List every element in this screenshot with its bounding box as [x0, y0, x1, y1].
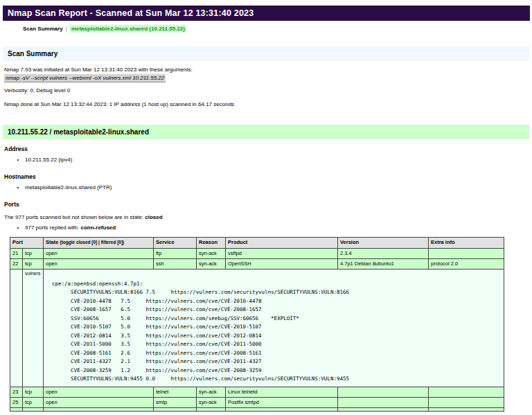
state-cell: open: [44, 387, 154, 397]
script-output[interactable]: cpe:/a:openbsd:openssh:4.7p1: SECURITYVU…: [46, 271, 502, 385]
ports-replied-list: 977 ports replied with: conn-refused: [0, 224, 532, 231]
ports-heading: Ports: [4, 201, 532, 208]
nav-scan-summary-link[interactable]: Scan Summary: [23, 26, 63, 32]
address-list: 10.211.55.22 (ipv4): [0, 157, 532, 163]
hostnames-list: metasploitable2-linux.shared (PTR): [0, 184, 532, 191]
page-title: Nmap Scan Report - Scanned at Sun Mar 12…: [3, 6, 530, 21]
hostnames-heading: Hostnames: [4, 173, 532, 180]
col-header-version: Version: [338, 238, 429, 249]
table-row-port-25: 25 tcp open smtp syn-ack Postfix smtpd: [10, 397, 504, 407]
done-line: Nmap done at Sun Mar 12 13:32:44 2023; 1…: [4, 101, 532, 107]
address-item: 10.211.55.22 (ipv4): [25, 157, 532, 163]
col-header-product: Product: [226, 238, 338, 249]
ports-summary-state: closed: [145, 214, 162, 220]
col-header-extra: Extra info: [429, 238, 504, 249]
port-cell: 22: [10, 259, 23, 270]
version-cell: [338, 397, 429, 407]
port-cell: 21: [10, 249, 23, 259]
nmap-report-page: Nmap Scan Report - Scanned at Sun Mar 12…: [0, 0, 532, 415]
ports-replied-item: 977 ports replied with: conn-refused: [25, 224, 532, 231]
extra-cell: [429, 387, 504, 397]
reason-cell: syn-ack: [197, 259, 226, 270]
host-heading: 10.211.55.22 / metasploitable2-linux.sha…: [3, 125, 529, 139]
extra-cell: protocol 2.0: [429, 259, 504, 270]
proto-cell: tcp: [23, 397, 44, 407]
port-cell: 25: [10, 397, 23, 407]
reason-cell: syn-ack: [197, 249, 226, 259]
verbosity-line: Verbosity: 0; Debug level 0: [4, 87, 532, 94]
extra-cell: [429, 397, 504, 407]
proto-cell: tcp: [23, 387, 44, 397]
col-header-state: State (toggle closed [0] | filtered [0]): [44, 238, 154, 249]
service-cell: smtp: [154, 397, 197, 407]
ports-replied-text: 977 ports replied with:: [25, 224, 81, 231]
address-heading: Address: [4, 145, 532, 152]
product-cell: Postfix smtpd: [226, 397, 338, 407]
table-row-port-21: 21 tcp open ftp syn-ack vsftpd 2.3.4: [10, 249, 504, 259]
script-output-cell: cpe:/a:openbsd:openssh:4.7p1: SECURITYVU…: [44, 270, 504, 387]
proto-cell: tcp: [23, 249, 44, 259]
col-header-port: Port: [10, 238, 44, 249]
version-cell: [338, 387, 429, 397]
service-cell: telnet: [154, 387, 197, 397]
state-header-label: State: [46, 239, 58, 245]
nav-host-link[interactable]: metasploitable2-linux.shared (10.211.55.…: [70, 25, 186, 33]
script-row-empty-cell: [10, 270, 23, 387]
initiated-line: Nmap 7.93 was initiated at Sun Mar 12 13…: [4, 67, 532, 73]
ports-summary-text: The 977 ports scanned but not shown belo…: [4, 214, 145, 220]
state-cell: open: [44, 259, 154, 270]
service-cell: ftp: [154, 249, 197, 259]
ports-table: Port State (toggle closed [0] | filtered…: [10, 237, 504, 412]
product-cell: vsftpd: [226, 249, 338, 259]
state-cell: open: [44, 397, 154, 407]
state-cell: open: [44, 249, 154, 259]
ports-summary: The 977 ports scanned but not shown belo…: [4, 214, 532, 220]
col-header-service: Service: [154, 238, 197, 249]
hostname-item: metasploitable2-linux.shared (PTR): [25, 184, 532, 191]
col-header-reason: Reason: [197, 238, 226, 249]
reason-cell: syn-ack: [197, 397, 226, 407]
table-row-partial: [10, 407, 504, 411]
version-cell: 4.7p1 Debian 8ubuntu1: [338, 259, 429, 270]
port-cell: 23: [10, 387, 23, 397]
product-cell: Linux telnetd: [226, 387, 338, 397]
script-name: vulners: [23, 270, 44, 387]
nav-bar: Scan Summary|metasploitable2-linux.share…: [23, 26, 532, 32]
extra-cell: [429, 249, 504, 259]
state-toggle-links[interactable]: (toggle closed [0] | filtered [0]): [60, 240, 124, 245]
reason-cell: syn-ack: [197, 387, 226, 397]
nav-separator: |: [66, 26, 67, 32]
scan-summary-heading: Scan Summary: [3, 46, 529, 61]
ports-replied-value: conn-refused: [81, 224, 116, 231]
version-cell: 2.3.4: [338, 249, 429, 259]
table-row-port-22: 22 tcp open ssh syn-ack OpenSSH 4.7p1 De…: [10, 259, 504, 270]
nmap-command: nmap -sV --script vulners --webxml -oX v…: [4, 74, 166, 82]
proto-cell: tcp: [23, 259, 44, 270]
table-header-row: Port State (toggle closed [0] | filtered…: [10, 238, 504, 249]
command-line: nmap -sV --script vulners --webxml -oX v…: [4, 75, 532, 81]
table-row-port-23: 23 tcp open telnet syn-ack Linux telnetd: [10, 387, 504, 397]
service-cell: ssh: [154, 259, 197, 270]
product-cell: OpenSSH: [226, 259, 338, 270]
script-output-row: vulners cpe:/a:openbsd:openssh:4.7p1: SE…: [10, 270, 504, 387]
